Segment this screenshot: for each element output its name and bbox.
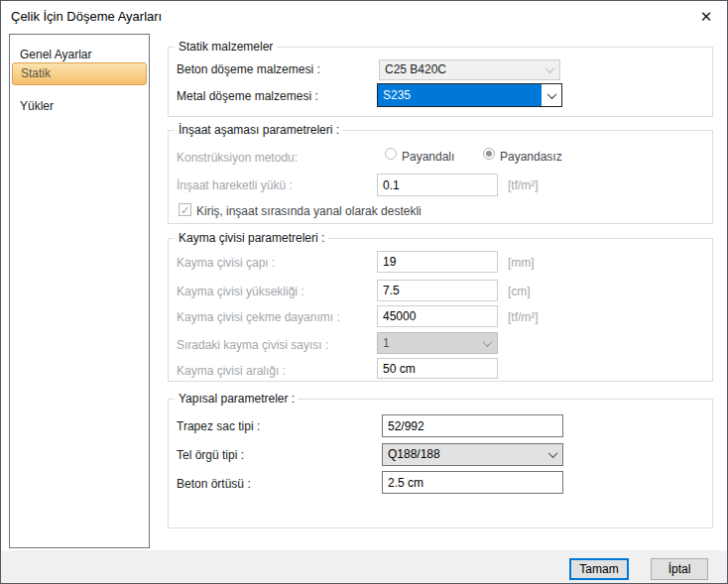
beam-support-label: Kiriş, inşaat sırasında yanal olarak des… xyxy=(196,204,422,218)
dialog-title: Çelik İçin Döşeme Ayarları xyxy=(11,9,162,24)
group-shear-stud: Kayma çivisi parametreleri : Kayma çivis… xyxy=(168,238,713,382)
deck-type-label: Trapez sac tipi : xyxy=(177,419,260,433)
radio-payandasiz-label: Payandasız xyxy=(500,150,562,164)
stud-tensile-input[interactable] xyxy=(377,305,498,327)
stud-count-select[interactable]: 1 xyxy=(377,332,498,354)
group-title: İnşaat aşaması parametreleri : xyxy=(175,123,343,137)
radio-payandali-label: Payandalı xyxy=(402,150,454,164)
concrete-material-select[interactable]: C25 B420C xyxy=(379,59,560,80)
chevron-down-icon[interactable] xyxy=(543,444,562,465)
stud-height-label: Kayma çivisi yüksekliği : xyxy=(177,285,304,298)
sidebar-item-yukler[interactable]: Yükler xyxy=(12,95,147,118)
construction-method-label: Konstrüksiyon metodu: xyxy=(177,151,298,165)
metal-material-select[interactable]: S235 xyxy=(377,83,562,107)
cancel-button[interactable]: İptal xyxy=(651,558,708,580)
group-title: Kayma çivisi parametreleri : xyxy=(175,231,328,245)
concrete-material-label: Beton döşeme malzemesi : xyxy=(177,62,320,76)
stud-diameter-label: Kayma çivisi çapı : xyxy=(177,256,275,270)
stud-diameter-unit: [mm] xyxy=(508,256,535,270)
radio-payandali[interactable] xyxy=(385,148,397,160)
sidebar-item-statik[interactable]: Statik xyxy=(12,62,147,85)
stud-spacing-label: Kayma çivisi aralığı : xyxy=(177,364,286,378)
group-title: Yapısal parametreler : xyxy=(175,392,299,406)
metal-material-value: S235 xyxy=(378,84,542,106)
close-icon[interactable]: ✕ xyxy=(693,5,719,29)
stud-spacing-input[interactable] xyxy=(377,358,498,379)
deck-type-input[interactable] xyxy=(382,414,563,437)
button-bar: Tamam İptal xyxy=(1,550,727,584)
live-load-unit: [tf/m²] xyxy=(508,178,539,192)
concrete-material-value: C25 B420C xyxy=(380,60,540,79)
stud-tensile-unit: [tf/m²] xyxy=(508,310,539,324)
title-bar: Çelik İçin Döşeme Ayarları ✕ xyxy=(1,1,727,32)
group-structural: Yapısal parametreler : Trapez sac tipi :… xyxy=(168,399,713,528)
stud-diameter-input[interactable] xyxy=(377,251,498,273)
group-title: Statik malzemeler xyxy=(175,40,277,54)
concrete-cover-label: Beton örtüsü : xyxy=(177,477,251,491)
wire-mesh-value: Q188/188 xyxy=(383,444,543,465)
ok-button[interactable]: Tamam xyxy=(569,558,629,580)
wire-mesh-label: Tel örgü tipi : xyxy=(177,448,244,462)
stud-height-unit: [cm] xyxy=(508,285,531,298)
metal-material-label: Metal döşeme malzemesi : xyxy=(177,89,318,103)
concrete-cover-input[interactable] xyxy=(382,471,563,494)
category-list: Genel Ayarlar Statik Yükler xyxy=(9,34,150,548)
wire-mesh-select[interactable]: Q188/188 xyxy=(382,443,563,466)
chevron-down-icon[interactable] xyxy=(540,60,559,79)
group-construction-stage: İnşaat aşaması parametreleri : Konstrüks… xyxy=(168,130,713,224)
group-static-materials: Statik malzemeler Beton döşeme malzemesi… xyxy=(168,47,713,117)
live-load-input[interactable] xyxy=(377,174,498,196)
beam-support-checkbox[interactable]: ✓ xyxy=(179,203,191,216)
stud-height-input[interactable] xyxy=(377,280,498,301)
stud-count-label: Sıradaki kayma çivisi sayısı : xyxy=(177,338,328,352)
chevron-down-icon[interactable] xyxy=(542,84,561,106)
live-load-label: İnşaat hareketli yükü : xyxy=(177,178,293,192)
stud-tensile-label: Kayma çivisi çekme dayanımı : xyxy=(177,310,340,324)
radio-payandasiz[interactable] xyxy=(483,148,495,160)
chevron-down-icon[interactable] xyxy=(477,333,497,353)
stud-count-value: 1 xyxy=(378,333,477,353)
slab-settings-dialog: Çelik İçin Döşeme Ayarları ✕ Genel Ayarl… xyxy=(0,0,728,584)
